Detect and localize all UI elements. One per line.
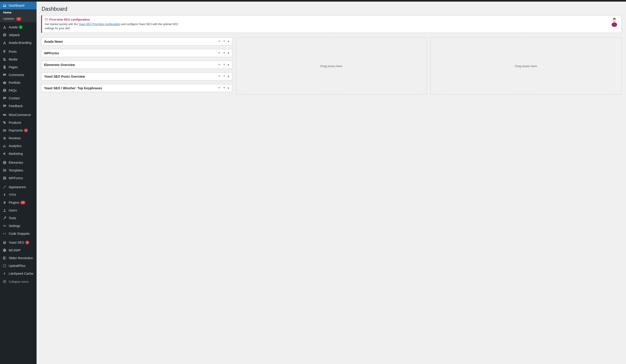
sidebar-item-reviews[interactable]: Reviews — [0, 134, 37, 142]
litespeed-icon — [2, 271, 7, 276]
sidebar-item-media[interactable]: Media — [0, 56, 37, 63]
sidebar-item-code-snippets[interactable]: Code Snippets — [0, 230, 37, 237]
drop-zone[interactable]: Drag boxes here — [236, 37, 427, 95]
avada-badge: 1 — [19, 25, 23, 29]
sidebar-item-avada-branding[interactable]: Avada Branding — [0, 39, 37, 47]
move-down-icon[interactable] — [223, 74, 226, 78]
sidebar-item-appearance[interactable]: Appearance — [0, 183, 37, 191]
metabox-title: Yoast SEO / Wincher: Top Keyphrases — [44, 86, 102, 90]
metabox-header[interactable]: Yoast SEO / Wincher: Top Keyphrases ▾ — [41, 84, 232, 92]
user-icon — [2, 208, 7, 213]
move-up-icon[interactable] — [218, 86, 221, 90]
metabox-controls: ▾ — [218, 39, 229, 43]
admin-bar[interactable] — [0, 0, 626, 1]
yoast-badge-icon: Y — [45, 18, 48, 21]
sidebar-item-portfolio[interactable]: Portfolio — [0, 79, 37, 87]
sidebar-item-mc4wp[interactable]: MC4WP — [0, 246, 37, 254]
sidebar-label: MC4WP — [9, 248, 21, 252]
sidebar-item-products[interactable]: Products — [0, 119, 37, 127]
yoast-icon — [2, 240, 7, 245]
star-icon — [2, 136, 7, 140]
sidebar-label: Posts — [9, 50, 17, 53]
metabox-avada-news: Avada News ▾ — [41, 37, 232, 45]
notice-description: Get started quickly with the Yoast SEO F… — [45, 22, 184, 30]
metabox-header[interactable]: WPForms ▾ — [41, 49, 232, 57]
sidebar-label: Contact — [9, 96, 20, 100]
metabox-controls: ▾ — [218, 51, 229, 55]
sidebar-item-pages[interactable]: Pages — [0, 63, 37, 71]
sidebar-item-contact[interactable]: Contact — [0, 94, 37, 102]
notice-illustration — [607, 18, 619, 28]
sidebar-item-yoast[interactable]: Yoast SEO 2 — [0, 239, 37, 246]
avada-brand-icon — [2, 40, 7, 45]
move-up-icon[interactable] — [218, 63, 221, 67]
sidebar-item-slider[interactable]: Slider Revolution — [0, 254, 37, 262]
metabox-yoast-posts: Yoast SEO Posts Overview ▾ — [41, 72, 232, 80]
pin-icon — [2, 49, 7, 54]
sidebar-item-litespeed[interactable]: LiteSpeed Cache — [0, 270, 37, 277]
feedback-icon — [2, 104, 7, 108]
sidebar-item-marketing[interactable]: Marketing — [0, 150, 37, 158]
sidebar-item-updraft[interactable]: UpdraftPlus — [0, 262, 37, 270]
move-down-icon[interactable] — [223, 39, 226, 43]
sidebar-item-users[interactable]: Users — [0, 206, 37, 214]
plugins-badge: 16 — [20, 201, 25, 204]
sidebar-item-posts[interactable]: Posts — [0, 48, 37, 56]
sidebar-item-plugins[interactable]: Plugins 16 — [0, 199, 37, 206]
drop-zone[interactable]: Drag boxes here — [430, 37, 622, 95]
sidebar-label: YITH — [9, 193, 16, 197]
sidebar-item-yith[interactable]: YITH — [0, 191, 37, 199]
move-down-icon[interactable] — [223, 63, 226, 67]
sidebar-label: Feedback — [9, 104, 23, 108]
sidebar-item-dashboard[interactable]: Dashboard — [0, 1, 37, 9]
svg-point-9 — [3, 226, 4, 227]
move-down-icon[interactable] — [223, 51, 226, 55]
toggle-icon[interactable]: ▾ — [228, 51, 229, 55]
sidebar-item-avada[interactable]: Avada 1 — [0, 23, 37, 31]
collapse-menu-button[interactable]: Collapse menu — [0, 277, 37, 286]
toggle-icon[interactable]: ▾ — [228, 40, 229, 43]
move-up-icon[interactable] — [218, 39, 221, 43]
sidebar-label: Products — [9, 121, 21, 125]
svg-point-11 — [3, 265, 6, 267]
sidebar-label: Elementor — [9, 161, 23, 165]
content-area: Dashboard Y First-time SEO configuration… — [37, 1, 626, 364]
sidebar-label: Yoast SEO — [9, 241, 24, 244]
collapse-icon — [2, 279, 7, 284]
toggle-icon[interactable]: ▾ — [228, 86, 229, 90]
sidebar-item-feedback[interactable]: Feedback — [0, 102, 37, 110]
sidebar-sub-label: Updates — [3, 17, 14, 20]
yoast-badge: 2 — [25, 241, 29, 244]
sidebar-item-settings[interactable]: Settings — [0, 222, 37, 230]
sidebar-item-faqs[interactable]: FAQs — [0, 87, 37, 94]
notice-link[interactable]: Yoast SEO First-time configuration — [78, 23, 120, 26]
sidebar-sub-updates[interactable]: Updates 17 — [0, 16, 37, 22]
sidebar-label: Portfolio — [9, 81, 20, 85]
sidebar-item-wpforms[interactable]: WPForms — [0, 174, 37, 182]
sidebar-item-analytics[interactable]: Analytics — [0, 142, 37, 150]
sidebar-item-tools[interactable]: Tools — [0, 214, 37, 222]
toggle-icon[interactable]: ▾ — [228, 63, 229, 66]
sidebar-item-comments[interactable]: Comments — [0, 71, 37, 79]
metabox-header[interactable]: Yoast SEO Posts Overview ▾ — [41, 73, 232, 80]
metabox-title: WPForms — [44, 51, 59, 55]
sidebar-item-payments[interactable]: Payments 1 — [0, 127, 37, 134]
sidebar-label: Reviews — [9, 136, 21, 140]
move-up-icon[interactable] — [218, 51, 221, 55]
sidebar-sub-home[interactable]: Home — [0, 9, 37, 16]
page-icon — [2, 65, 7, 69]
wpforms-icon — [2, 176, 7, 180]
notice-pre: Get started quickly with the — [45, 23, 78, 26]
move-up-icon[interactable] — [218, 74, 221, 78]
sidebar-label: Payments — [9, 129, 23, 132]
sidebar-item-woocommerce[interactable]: WooCommerce — [0, 111, 37, 119]
sidebar-item-templates[interactable]: Templates — [0, 166, 37, 174]
toggle-icon[interactable]: ▾ — [228, 75, 229, 78]
sidebar-item-jetpack[interactable]: Jetpack — [0, 31, 37, 39]
sidebar-label: UpdraftPlus — [9, 264, 25, 268]
metabox-header[interactable]: Avada News ▾ — [41, 38, 232, 45]
move-down-icon[interactable] — [223, 86, 226, 90]
plug-icon — [2, 200, 7, 205]
metabox-header[interactable]: Elementor Overview ▾ — [41, 61, 232, 68]
sidebar-item-elementor[interactable]: Elementor — [0, 159, 37, 166]
